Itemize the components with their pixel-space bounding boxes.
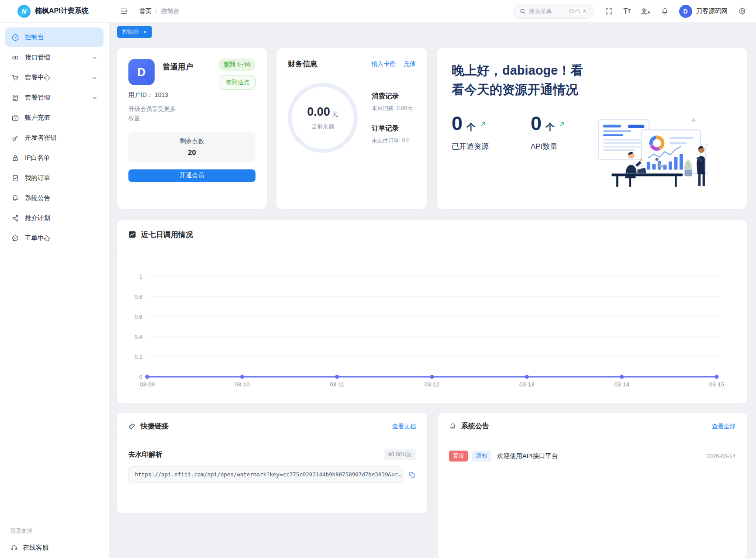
sidebar-item-label: 推介计划 — [25, 214, 50, 222]
app-logo-icon: N — [17, 5, 31, 18]
team-analytics-illustration — [591, 108, 708, 191]
chart-badge-icon — [128, 231, 136, 238]
package-doc-icon — [11, 94, 19, 102]
fullscreen-icon[interactable] — [605, 7, 613, 15]
search-icon — [519, 8, 526, 14]
sidebar-item-referral-program[interactable]: 推介计划 — [5, 208, 104, 228]
api-price-badge: ¥0.001/次 — [384, 449, 416, 460]
announcement-row[interactable]: 置顶 通知 欢迎使用API接口平台 2026-03-14 — [438, 440, 747, 462]
user-card-avatar: D — [128, 59, 155, 85]
sidebar-item-announcements[interactable]: 系统公告 — [5, 188, 104, 208]
svg-text:03-13: 03-13 — [519, 381, 535, 388]
menu-fold-icon[interactable] — [120, 7, 128, 15]
stat-api-count: 0 个 API数量 — [531, 112, 566, 152]
sidebar-item-ticket-center[interactable]: 工单中心 — [5, 228, 104, 248]
sidebar-item-label: 接口管理 — [25, 53, 50, 62]
sidebar-item-my-orders[interactable]: 我的订单 — [5, 168, 104, 188]
user-role: 普通用户 — [162, 62, 193, 72]
search-input[interactable]: 搜索菜单 Ctrl K — [513, 4, 594, 19]
sidebar-item-ip-whitelist[interactable]: IP白名单 — [5, 148, 104, 168]
sidebar-item-label: IP白名单 — [25, 154, 50, 162]
search-shortcut: Ctrl K — [566, 7, 590, 15]
breadcrumb: 首页 / 控制台 — [139, 7, 180, 15]
svg-text:03-11: 03-11 — [330, 381, 345, 388]
chevron-down-icon — [92, 55, 97, 60]
app-title: 楠枫API计费系统 — [35, 7, 89, 16]
tab-dashboard[interactable]: 控制台 × — [117, 26, 152, 38]
stat-unit: 个 — [545, 121, 555, 133]
notice-badge: 通知 — [472, 451, 491, 462]
chevron-down-icon — [92, 95, 97, 100]
user-id-value: 1013 — [155, 91, 168, 98]
sidebar-item-package-management[interactable]: 套餐管理 — [5, 88, 104, 107]
api-url-field[interactable]: https://api.nfiii.com/api/open/watermark… — [128, 466, 403, 483]
card-key-link[interactable]: 输入卡密 — [371, 60, 396, 68]
close-icon[interactable]: × — [143, 29, 147, 35]
font-size-icon[interactable]: TT — [623, 8, 631, 15]
sidebar: 控制台 接口管理 套餐中心 套餐管理 账户充值 开发者密钥 IP白名单 我的订单… — [0, 23, 109, 558]
breadcrumb-current: 控制台 — [161, 7, 180, 15]
sidebar-item-dashboard[interactable]: 控制台 — [5, 28, 104, 47]
upgrade-hint: 升级会员享受更多权益 — [128, 105, 180, 123]
svg-text:03-10: 03-10 — [235, 381, 250, 388]
translate-icon[interactable]: 文A — [641, 8, 650, 14]
balance-label: 当前余额 — [311, 123, 334, 131]
line-chart: 00.20.40.60.8103-0903-1003-1103-1203-130… — [130, 256, 734, 400]
stat-label: API数量 — [531, 141, 566, 152]
sidebar-item-label: 套餐中心 — [25, 73, 50, 82]
notification-bell-icon[interactable] — [661, 7, 669, 15]
user-menu[interactable]: D 刀客源码网 — [679, 5, 728, 18]
translate-latin: A — [647, 10, 650, 14]
weekly-calls-chart-card: 近七日调用情况 00.20.40.60.8103-0903-1003-1103-… — [117, 220, 747, 403]
svg-text:0: 0 — [139, 374, 142, 380]
trend-up-icon — [559, 121, 566, 127]
share-icon — [11, 214, 19, 222]
open-member-button[interactable]: 开通会员 — [128, 169, 255, 182]
sidebar-footer: 联系支持 在线客服 — [0, 527, 109, 552]
sidebar-item-label: 系统公告 — [25, 194, 50, 202]
chart-plot-area: 00.20.40.60.8103-0903-1003-1103-1203-130… — [117, 249, 747, 400]
svg-text:0.2: 0.2 — [135, 354, 142, 360]
bell-icon — [11, 194, 19, 202]
user-card: D 普通用户 用户ID： 1013 升级会员享受更多权益 签到 1~10 签到送… — [117, 48, 267, 209]
consume-record-detail: 本月消费: 0.00元 — [372, 105, 413, 112]
gauge-icon — [11, 34, 19, 41]
font-size-big: T — [623, 8, 628, 15]
gear-icon[interactable] — [738, 7, 746, 15]
chevron-down-icon — [92, 75, 97, 80]
pinned-badge: 置顶 — [449, 451, 468, 462]
consume-record-title[interactable]: 消费记录 — [372, 92, 413, 101]
translate-cjk: 文 — [641, 8, 647, 14]
view-all-link[interactable]: 查看全部 — [712, 423, 735, 431]
app-logo-area: N 楠枫API计费系统 — [0, 5, 109, 18]
sidebar-item-label: 工单中心 — [25, 234, 50, 242]
sidebar-item-developer-keys[interactable]: 开发者密钥 — [5, 128, 104, 148]
finance-title: 财务信息 — [288, 59, 318, 69]
svg-text:03-09: 03-09 — [140, 381, 155, 388]
top-header: N 楠枫API计费系统 首页 / 控制台 搜索菜单 Ctrl K TT 文A — [0, 0, 756, 23]
sidebar-item-api-management[interactable]: 接口管理 — [5, 48, 104, 67]
online-service-button[interactable]: 在线客服 — [10, 544, 109, 552]
cart-icon — [11, 74, 19, 82]
copy-icon[interactable] — [408, 471, 416, 479]
greeting-text: 晚上好，dabiaoge！看看今天的资源开通情况 — [452, 61, 591, 99]
stat-value: 0 — [531, 112, 542, 135]
headset-icon — [10, 544, 18, 551]
announcement-title: 欢迎使用API接口平台 — [497, 452, 558, 460]
points-box: 剩余点数 20 — [128, 132, 255, 162]
view-docs-link[interactable]: 查看文档 — [392, 423, 416, 431]
sidebar-item-account-recharge[interactable]: 账户充值 — [5, 108, 104, 127]
breadcrumb-home[interactable]: 首页 — [139, 7, 152, 15]
points-value: 20 — [128, 148, 255, 157]
sidebar-item-package-center[interactable]: 套餐中心 — [5, 68, 104, 87]
key-icon — [11, 134, 19, 142]
sidebar-item-label: 开发者密钥 — [25, 134, 57, 142]
svg-text:03-12: 03-12 — [425, 381, 440, 388]
sidebar-item-label: 我的订单 — [25, 174, 50, 182]
avatar: D — [679, 5, 692, 18]
support-label: 联系支持 — [10, 527, 109, 535]
recharge-link[interactable]: 充值 — [404, 60, 416, 68]
svg-text:0.6: 0.6 — [135, 313, 142, 320]
checkin-button[interactable]: 签到送点 — [220, 76, 255, 90]
order-record-title[interactable]: 订单记录 — [372, 124, 413, 133]
